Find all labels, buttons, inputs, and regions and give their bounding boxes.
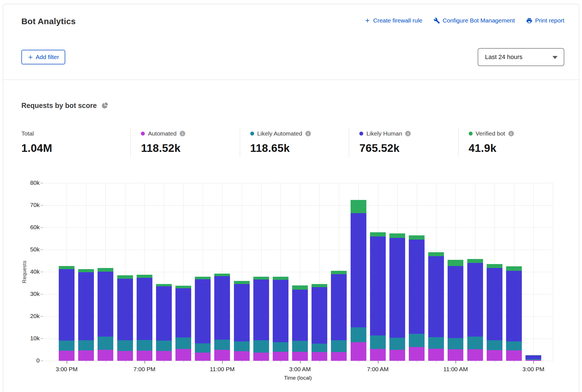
- bar-9-00-pm[interactable]: [175, 286, 191, 361]
- bar-9-00-am[interactable]: [409, 235, 425, 361]
- bar-segment-automated[interactable]: [78, 350, 94, 361]
- bar-segment-verified-bot[interactable]: [156, 284, 172, 287]
- bar-segment-likely-automated[interactable]: [467, 337, 483, 349]
- bar-segment-verified-bot[interactable]: [506, 266, 522, 271]
- bar-segment-verified-bot[interactable]: [253, 277, 269, 279]
- bar-segment-automated[interactable]: [351, 342, 366, 361]
- bar-segment-verified-bot[interactable]: [428, 252, 444, 256]
- bar-segment-verified-bot[interactable]: [117, 275, 133, 279]
- bar-segment-verified-bot[interactable]: [59, 266, 75, 269]
- bar-segment-likely-automated[interactable]: [59, 341, 75, 351]
- bar-segment-likely-human[interactable]: [156, 286, 172, 341]
- bar-6-00-pm[interactable]: [117, 275, 133, 361]
- bar-segment-verified-bot[interactable]: [234, 281, 250, 284]
- bar-segment-verified-bot[interactable]: [175, 286, 191, 288]
- bar-12-00-am[interactable]: [234, 281, 250, 361]
- bar-segment-likely-automated[interactable]: [331, 340, 347, 352]
- bar-segment-verified-bot[interactable]: [98, 268, 113, 272]
- bar-12-00-pm[interactable]: [467, 259, 483, 361]
- bar-1-00-am[interactable]: [253, 277, 269, 361]
- bar-segment-likely-automated[interactable]: [448, 338, 463, 349]
- bar-segment-automated[interactable]: [273, 352, 288, 361]
- bar-segment-verified-bot[interactable]: [467, 259, 483, 263]
- bar-segment-likely-automated[interactable]: [78, 340, 94, 350]
- bar-2-00-am[interactable]: [273, 277, 288, 361]
- bar-segment-automated[interactable]: [506, 350, 522, 361]
- bar-segment-likely-human[interactable]: [273, 280, 288, 342]
- bar-segment-likely-automated[interactable]: [389, 338, 405, 350]
- bar-8-00-pm[interactable]: [156, 284, 172, 361]
- bar-segment-likely-human[interactable]: [331, 274, 347, 340]
- bar-segment-likely-human[interactable]: [467, 263, 483, 336]
- bar-segment-automated[interactable]: [59, 351, 75, 361]
- bar-segment-likely-human[interactable]: [214, 276, 230, 340]
- bar-segment-automated[interactable]: [312, 352, 327, 361]
- bar-segment-verified-bot[interactable]: [273, 277, 288, 280]
- bar-segment-likely-human[interactable]: [98, 272, 113, 337]
- bar-segment-likely-human[interactable]: [292, 290, 308, 341]
- bar-segment-automated[interactable]: [448, 349, 463, 361]
- bar-5-00-pm[interactable]: [98, 268, 113, 361]
- bar-segment-likely-automated[interactable]: [234, 341, 250, 351]
- bar-segment-automated[interactable]: [175, 349, 191, 361]
- bar-3-00-pm[interactable]: [525, 355, 541, 361]
- bar-segment-automated[interactable]: [117, 351, 133, 361]
- bar-segment-automated[interactable]: [409, 347, 425, 361]
- bar-10-00-am[interactable]: [428, 252, 444, 361]
- bar-segment-likely-human[interactable]: [59, 269, 75, 341]
- bar-segment-automated[interactable]: [467, 349, 483, 361]
- bar-segment-likely-human[interactable]: [389, 238, 405, 338]
- bar-segment-automated[interactable]: [253, 353, 269, 361]
- bar-segment-likely-automated[interactable]: [195, 343, 211, 353]
- bar-segment-likely-automated[interactable]: [351, 327, 366, 343]
- bar-segment-verified-bot[interactable]: [370, 232, 386, 236]
- bar-segment-verified-bot[interactable]: [292, 285, 308, 290]
- bar-segment-likely-human[interactable]: [195, 279, 211, 343]
- bar-segment-automated[interactable]: [214, 350, 230, 361]
- bar-11-00-am[interactable]: [448, 260, 463, 361]
- bar-segment-likely-automated[interactable]: [156, 341, 172, 351]
- bar-segment-likely-human[interactable]: [428, 256, 444, 337]
- bar-segment-verified-bot[interactable]: [214, 274, 230, 276]
- bar-segment-verified-bot[interactable]: [78, 269, 94, 272]
- bar-6-00-am[interactable]: [351, 200, 366, 361]
- bar-segment-automated[interactable]: [195, 353, 211, 361]
- bar-segment-verified-bot[interactable]: [351, 200, 366, 213]
- bar-segment-likely-automated[interactable]: [273, 342, 288, 352]
- bar-segment-likely-human[interactable]: [117, 279, 133, 341]
- bar-segment-likely-automated[interactable]: [428, 337, 444, 348]
- bar-segment-likely-automated[interactable]: [506, 341, 522, 350]
- bar-segment-likely-human[interactable]: [487, 268, 502, 341]
- bar-5-00-am[interactable]: [331, 271, 347, 361]
- bar-segment-likely-human[interactable]: [351, 213, 366, 327]
- bar-3-00-am[interactable]: [292, 285, 308, 361]
- bar-segment-automated[interactable]: [137, 351, 152, 361]
- bar-segment-automated[interactable]: [487, 350, 502, 361]
- bar-segment-verified-bot[interactable]: [331, 271, 347, 274]
- bar-segment-likely-automated[interactable]: [253, 340, 269, 352]
- bar-segment-verified-bot[interactable]: [137, 275, 152, 278]
- bar-segment-verified-bot[interactable]: [487, 264, 502, 268]
- bar-segment-likely-human[interactable]: [312, 287, 327, 344]
- bar-segment-likely-automated[interactable]: [312, 344, 327, 352]
- bar-7-00-pm[interactable]: [137, 275, 152, 361]
- bar-segment-likely-automated[interactable]: [117, 340, 133, 351]
- bar-segment-likely-human[interactable]: [448, 266, 463, 338]
- bar-segment-likely-automated[interactable]: [292, 341, 308, 352]
- bar-segment-likely-automated[interactable]: [98, 337, 113, 350]
- bar-segment-likely-human[interactable]: [137, 278, 152, 340]
- bar-segment-automated[interactable]: [331, 352, 347, 361]
- bar-segment-likely-automated[interactable]: [409, 334, 425, 347]
- bar-segment-automated[interactable]: [156, 351, 172, 361]
- bar-segment-automated[interactable]: [234, 351, 250, 361]
- bar-segment-verified-bot[interactable]: [389, 233, 405, 238]
- bar-segment-likely-human[interactable]: [525, 355, 541, 359]
- bar-segment-likely-human[interactable]: [234, 284, 250, 342]
- bar-11-00-pm[interactable]: [214, 274, 230, 361]
- bar-segment-likely-human[interactable]: [370, 236, 386, 335]
- bar-2-00-pm[interactable]: [506, 266, 522, 361]
- bar-segment-automated[interactable]: [98, 350, 113, 361]
- bar-segment-verified-bot[interactable]: [448, 260, 463, 266]
- bar-segment-likely-human[interactable]: [253, 280, 269, 340]
- bar-4-00-am[interactable]: [312, 284, 327, 361]
